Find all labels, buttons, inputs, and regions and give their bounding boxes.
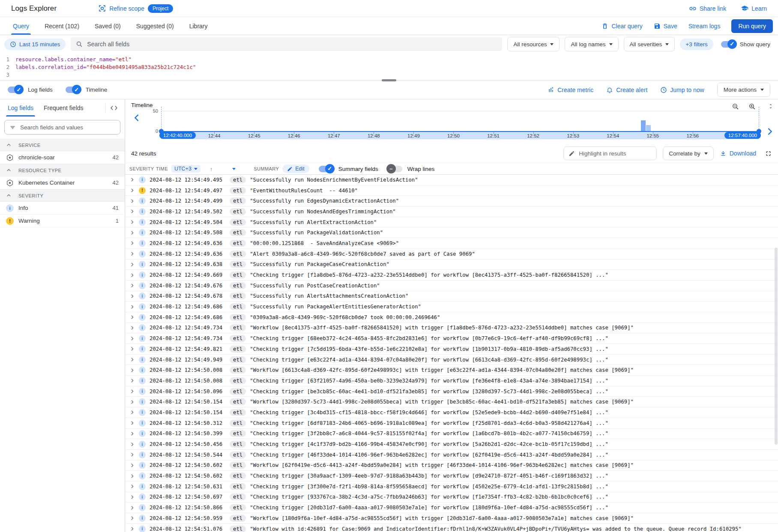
query-editor[interactable]: 1resource.labels.container_name="etl"2la… (0, 53, 778, 81)
share-link-button[interactable]: Share link (689, 5, 726, 12)
expand-row-icon[interactable] (129, 283, 135, 288)
container-chip[interactable]: etl (230, 293, 246, 299)
log-row[interactable]: i2024-08-12 12:54:49.678etl"Successfully… (125, 291, 778, 302)
expand-row-icon[interactable] (129, 452, 135, 457)
log-row[interactable]: i2024-08-12 12:54:50.602etl"Workflow [62… (125, 460, 778, 471)
create-metric-button[interactable]: Create metric (548, 87, 593, 93)
container-chip[interactable]: etl (230, 303, 246, 310)
log-row[interactable]: i2024-08-12 12:54:50.959etl"Workflow [18… (125, 513, 778, 524)
container-chip[interactable]: etl (230, 420, 246, 427)
selection-end-chip[interactable]: 12:57:40.000 (724, 132, 761, 139)
expand-row-icon[interactable] (129, 325, 135, 331)
container-chip[interactable]: etl (230, 282, 246, 289)
container-chip[interactable]: etl (230, 229, 246, 236)
container-chip[interactable]: etl (230, 409, 246, 416)
fullscreen-icon[interactable] (765, 150, 772, 157)
expand-row-icon[interactable] (129, 399, 135, 405)
container-chip[interactable]: etl (230, 388, 246, 395)
log-fields-toggle[interactable]: ✓ (8, 87, 22, 93)
log-row[interactable]: i2024-08-12 12:54:49.499etl"Successfully… (125, 196, 778, 206)
timeline-toggle[interactable]: ✓ (66, 87, 80, 93)
container-chip[interactable]: etl (230, 261, 246, 268)
log-row[interactable]: i2024-08-12 12:54:50.697etl"Checking tri… (125, 492, 778, 503)
learn-button[interactable]: Learn (741, 5, 767, 12)
edit-summary-button[interactable]: Edit (282, 164, 309, 173)
log-row[interactable]: i2024-08-12 12:54:50.456etl"Checking tri… (125, 439, 778, 450)
container-chip[interactable]: etl (230, 251, 246, 257)
timeline-chart[interactable]: 50 0 (161, 111, 759, 131)
run-query-button[interactable]: Run query (731, 19, 773, 33)
expand-row-icon[interactable] (129, 494, 135, 500)
tab-frequent-fields[interactable]: Frequent fields (39, 99, 89, 117)
log-row[interactable]: i2024-08-12 12:54:49.636etl"00:00:00.125… (125, 238, 778, 249)
log-row[interactable]: i2024-08-12 12:54:50.154etl"Checking tri… (125, 407, 778, 418)
sidebar-section-resource-type[interactable]: RESOURCE TYPE (0, 164, 125, 176)
log-row[interactable]: i2024-08-12 12:54:49.734etl"Workflow [8e… (125, 323, 778, 334)
container-chip[interactable]: etl (230, 314, 246, 321)
log-row[interactable]: i2024-08-12 12:54:50.602etl"Checking tri… (125, 471, 778, 481)
expand-row-icon[interactable] (129, 389, 135, 394)
log-row[interactable]: i2024-08-12 12:54:49.821etl"Checking tri… (125, 344, 778, 355)
log-row[interactable]: i2024-08-12 12:54:49.504etl"Successfully… (125, 217, 778, 228)
extra-filters-chip[interactable]: +3 filters (680, 39, 713, 50)
container-chip[interactable]: etl (230, 451, 246, 458)
highlight-in-results-input[interactable] (579, 150, 652, 157)
column-menu-icon[interactable] (232, 168, 236, 170)
expand-row-icon[interactable] (129, 177, 135, 182)
expand-row-icon[interactable] (129, 505, 135, 511)
all-resources-dropdown[interactable]: All resources (507, 37, 560, 51)
container-chip[interactable]: etl (230, 367, 246, 374)
editor-resize-handle[interactable] (382, 79, 396, 81)
container-chip[interactable]: etl (230, 526, 246, 532)
expand-row-icon[interactable] (129, 346, 135, 352)
log-row[interactable]: i2024-08-12 12:54:49.636etl"Alert 0309a3… (125, 249, 778, 260)
expand-row-icon[interactable] (129, 219, 135, 225)
sidebar-item-kubernetes-container[interactable]: Kubernetes Container42 (0, 176, 125, 189)
log-row[interactable]: i2024-08-12 12:54:50.008etl"Checking tri… (125, 376, 778, 386)
log-row[interactable]: i2024-08-12 12:54:49.686etl"Successfully… (125, 302, 778, 312)
expand-row-icon[interactable] (129, 188, 135, 193)
timeline-scroll-left-icon[interactable] (134, 114, 140, 122)
log-row[interactable]: i2024-08-12 12:54:50.312etl"Checking tri… (125, 418, 778, 429)
expand-row-icon[interactable] (129, 198, 135, 204)
expand-row-icon[interactable] (129, 230, 135, 236)
sidebar-section-service[interactable]: SERVICE (0, 139, 125, 151)
sidebar-section-severity[interactable]: SEVERITY (0, 189, 125, 202)
expand-row-icon[interactable] (129, 336, 135, 341)
summary-fields-toggle[interactable]: ✓ (319, 166, 333, 172)
timeline-axis-band[interactable]: 12:42:40.000 12:4412:4512:4612:4712:4812… (161, 131, 759, 139)
log-row[interactable]: i2024-08-12 12:54:50.008etl"Workflow [66… (125, 365, 778, 376)
container-chip[interactable]: etl (230, 219, 246, 226)
sort-ascending-icon[interactable]: ↑ (210, 166, 213, 172)
container-chip[interactable]: etl (230, 187, 246, 194)
selection-start-handle[interactable] (159, 129, 164, 134)
refine-scope-button[interactable]: Refine scope Project (99, 4, 173, 13)
sidebar-search-input[interactable] (20, 124, 115, 131)
sidebar-item-chronicle-soar[interactable]: chronicle-soar42 (0, 151, 125, 164)
clear-query-button[interactable]: Clear query (601, 23, 642, 30)
log-row[interactable]: i2024-08-12 12:54:50.154etl"Workflow [32… (125, 397, 778, 407)
tab-suggested[interactable]: Suggested (0) (129, 17, 182, 35)
wrap-lines-toggle[interactable]: – (388, 166, 402, 172)
tab-recent[interactable]: Recent (102) (37, 17, 87, 35)
container-chip[interactable]: etl (230, 356, 246, 363)
log-row[interactable]: i2024-08-12 12:54:50.399etl"Checking tri… (125, 429, 778, 439)
expand-row-icon[interactable] (129, 262, 135, 267)
expand-row-icon[interactable] (129, 272, 135, 278)
unfold-more-icon[interactable] (768, 103, 774, 110)
expand-row-icon[interactable] (129, 484, 135, 489)
log-row[interactable]: i2024-08-12 12:54:51.076etl"Workflow wit… (125, 524, 778, 532)
tab-log-fields[interactable]: Log fields (3, 99, 39, 117)
expand-row-icon[interactable] (129, 368, 135, 373)
expand-row-icon[interactable] (129, 442, 135, 447)
expand-row-icon[interactable] (129, 304, 135, 310)
correlate-by-dropdown[interactable]: Correlate by (663, 146, 714, 160)
container-chip[interactable]: etl (230, 483, 246, 490)
container-chip[interactable]: etl (230, 240, 246, 247)
sidebar-item-warning[interactable]: !Warning1 (0, 215, 125, 227)
show-query-toggle[interactable]: ✓ (721, 41, 736, 48)
project-scope-badge[interactable]: Project (148, 4, 173, 13)
timezone-dropdown[interactable]: UTC+3 (171, 165, 200, 173)
create-alert-button[interactable]: Create alert (606, 87, 647, 93)
container-chip[interactable]: etl (230, 346, 246, 353)
